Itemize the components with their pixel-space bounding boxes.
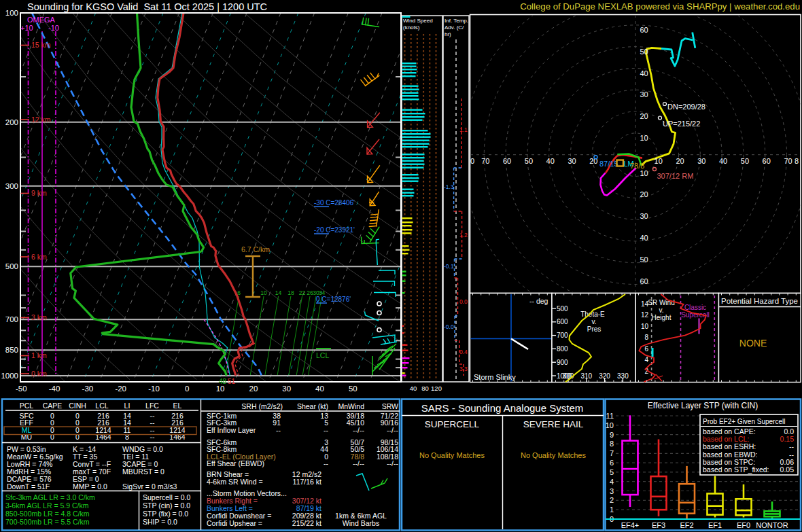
svg-text:SUPERCELL: SUPERCELL bbox=[425, 419, 480, 429]
svg-text:0 C=12876': 0 C=12876' bbox=[316, 296, 351, 303]
svg-text:40: 40 bbox=[315, 385, 324, 393]
svg-text:NONE: NONE bbox=[739, 338, 767, 349]
svg-text:LFC: LFC bbox=[145, 402, 159, 410]
svg-text:1464: 1464 bbox=[95, 433, 111, 441]
svg-text:CINH: CINH bbox=[69, 402, 86, 410]
svg-text:EL: EL bbox=[173, 402, 182, 410]
svg-text:1464: 1464 bbox=[169, 433, 186, 441]
svg-text:Theta-E: Theta-E bbox=[580, 311, 605, 318]
svg-text:-0.0: -0.0 bbox=[444, 323, 454, 330]
svg-text:20: 20 bbox=[589, 157, 597, 165]
svg-text:MnWind: MnWind bbox=[338, 402, 364, 410]
svg-text:50: 50 bbox=[640, 48, 648, 56]
svg-text:30: 30 bbox=[282, 385, 291, 393]
svg-text:30: 30 bbox=[640, 212, 648, 220]
svg-text:307/12 RM: 307/12 RM bbox=[657, 172, 694, 180]
svg-text:MU: MU bbox=[21, 433, 32, 441]
svg-text:78/8: 78/8 bbox=[630, 162, 644, 170]
svg-text:EF2: EF2 bbox=[680, 521, 693, 529]
svg-text:Classic: Classic bbox=[684, 304, 706, 311]
svg-text:-20 C=23921': -20 C=23921' bbox=[314, 226, 355, 234]
svg-text:MBURST = 0: MBURST = 0 bbox=[122, 467, 164, 476]
svg-text:40: 40 bbox=[410, 385, 417, 392]
svg-text:v.: v. bbox=[591, 318, 596, 325]
svg-text:60: 60 bbox=[503, 157, 511, 165]
svg-text:College of DuPage NEXLAB power: College of DuPage NEXLAB powered via SHA… bbox=[520, 1, 800, 12]
svg-text:900: 900 bbox=[557, 359, 568, 366]
svg-text:MMP = 0.0: MMP = 0.0 bbox=[73, 482, 107, 491]
svg-text:80: 80 bbox=[421, 385, 429, 392]
svg-text:20: 20 bbox=[249, 385, 258, 393]
svg-text:40: 40 bbox=[640, 234, 648, 242]
svg-text:LCL: LCL bbox=[95, 402, 108, 410]
svg-text:-0.1: -0.1 bbox=[444, 263, 454, 270]
svg-text:6: 6 bbox=[237, 289, 241, 296]
svg-text:10: 10 bbox=[606, 421, 614, 429]
svg-text:(knots): (knots) bbox=[403, 24, 420, 31]
svg-text:EF0: EF0 bbox=[737, 521, 750, 529]
svg-text:700: 700 bbox=[557, 332, 568, 339]
svg-text:0: 0 bbox=[75, 433, 80, 441]
svg-text:UP=215/22: UP=215/22 bbox=[663, 120, 700, 128]
svg-text:50: 50 bbox=[640, 255, 648, 264]
svg-text:0.05: 0.05 bbox=[780, 465, 795, 474]
svg-text:--: -- bbox=[324, 426, 328, 434]
svg-text:4-6km SR Wind =: 4-6km SR Wind = bbox=[207, 478, 263, 486]
svg-text:LCL: LCL bbox=[316, 351, 329, 359]
svg-text:40: 40 bbox=[546, 157, 555, 165]
svg-text:50: 50 bbox=[349, 385, 358, 393]
svg-text:-40: -40 bbox=[49, 385, 60, 393]
svg-text:--: -- bbox=[150, 433, 155, 441]
svg-text:EF4+: EF4+ bbox=[621, 521, 640, 529]
svg-text:330: 330 bbox=[617, 372, 629, 380]
svg-text:Eff Inflow Layer: Eff Inflow Layer bbox=[207, 426, 256, 434]
svg-text:850-500mb LR = 4.8 C/km: 850-500mb LR = 4.8 C/km bbox=[5, 510, 90, 518]
svg-text:30: 30 bbox=[697, 157, 705, 165]
svg-text:10: 10 bbox=[641, 323, 649, 330]
svg-text:4: 4 bbox=[644, 356, 648, 363]
svg-text:5: 5 bbox=[610, 468, 614, 476]
svg-text:STP (cin) = 0.0: STP (cin) = 0.0 bbox=[143, 501, 190, 510]
svg-text:0.0: 0.0 bbox=[459, 298, 468, 305]
svg-text:Adv. (C/: Adv. (C/ bbox=[444, 24, 464, 31]
svg-text:--: -- bbox=[789, 450, 794, 459]
svg-text:0: 0 bbox=[185, 385, 189, 393]
svg-text:4: 4 bbox=[610, 478, 614, 486]
svg-text:9 km: 9 km bbox=[31, 189, 47, 197]
svg-text:SEVERE HAIL: SEVERE HAIL bbox=[523, 419, 584, 429]
svg-text:6: 6 bbox=[610, 459, 614, 467]
svg-text:SR Wind: SR Wind bbox=[648, 299, 674, 306]
svg-text:Potential Hazard Type: Potential Hazard Type bbox=[721, 297, 798, 305]
svg-text:1: 1 bbox=[610, 506, 614, 514]
svg-text:SRW: SRW bbox=[382, 402, 398, 410]
svg-text:30: 30 bbox=[640, 90, 648, 99]
svg-text:22: 22 bbox=[299, 289, 306, 296]
svg-text:Shear (kt): Shear (kt) bbox=[297, 402, 328, 410]
svg-text:SARS - Sounding Analogue Syste: SARS - Sounding Analogue System bbox=[421, 402, 583, 414]
svg-text:Eff Shear (EBWD): Eff Shear (EBWD) bbox=[207, 459, 264, 467]
svg-text:10: 10 bbox=[260, 289, 267, 296]
svg-text:1.1: 1.1 bbox=[459, 126, 468, 133]
svg-text:12: 12 bbox=[641, 311, 649, 319]
svg-text:No Quality Matches: No Quality Matches bbox=[521, 451, 586, 459]
svg-text:200: 200 bbox=[5, 118, 18, 126]
svg-text:SRH (m2/s2): SRH (m2/s2) bbox=[241, 402, 283, 410]
svg-text:SHIP = 0.0: SHIP = 0.0 bbox=[143, 518, 177, 526]
svg-text:0.06: 0.06 bbox=[780, 458, 795, 466]
svg-text:700: 700 bbox=[5, 315, 18, 323]
svg-text:8: 8 bbox=[644, 334, 648, 341]
svg-text:Effective Layer STP (with CIN): Effective Layer STP (with CIN) bbox=[648, 401, 758, 410]
svg-text:60: 60 bbox=[640, 277, 648, 285]
svg-text:based on STPC:: based on STPC: bbox=[703, 458, 755, 466]
svg-text:Wind Barbs: Wind Barbs bbox=[343, 519, 379, 527]
svg-text:3: 3 bbox=[610, 487, 614, 495]
svg-text:10: 10 bbox=[655, 157, 663, 165]
svg-text:87/15: 87/15 bbox=[599, 160, 618, 168]
svg-text:Height: Height bbox=[652, 314, 672, 321]
svg-text:v.: v. bbox=[659, 306, 663, 314]
svg-text:70: 70 bbox=[784, 157, 792, 165]
svg-text:8: 8 bbox=[795, 157, 799, 165]
svg-text:Prob EF2+ Given Supercell: Prob EF2+ Given Supercell bbox=[703, 418, 785, 425]
svg-text:1.2: 1.2 bbox=[459, 232, 468, 238]
svg-text:based on EBWD:: based on EBWD: bbox=[703, 450, 758, 459]
